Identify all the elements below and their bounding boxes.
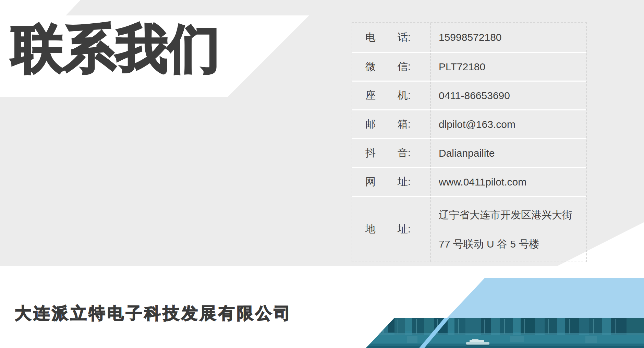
landline-value: 0411-86653690: [431, 82, 586, 109]
blue-parallelogram: [419, 278, 644, 319]
address-value: 辽宁省大连市开发区港兴大街 77 号联动 U 谷 5 号楼: [431, 197, 586, 262]
email-value: dlpilot@163.com: [431, 110, 586, 138]
address-line-1: 辽宁省大连市开发区港兴大街: [439, 200, 572, 229]
page-title: 联系我们: [12, 20, 220, 77]
table-row-landline: 座 机: 0411-86653690: [352, 81, 586, 109]
table-row-douyin: 抖 音: Dalianpailite: [352, 138, 586, 167]
contact-slide: { "page": { "title": "联系我们", "company_na…: [0, 0, 644, 348]
contact-table: 电 话: 15998572180 微 信: PLT72180 座 机: 0411…: [352, 22, 587, 262]
label-char-right: 信:: [398, 60, 411, 74]
table-row-email: 邮 箱: dlpilot@163.com: [352, 109, 586, 138]
label-char-right: 址:: [398, 222, 411, 236]
table-row-address: 地 址: 辽宁省大连市开发区港兴大街 77 号联动 U 谷 5 号楼: [352, 196, 586, 262]
skyline-graphic: [366, 318, 644, 348]
label-char-left: 座: [365, 88, 376, 103]
label-char-right: 箱:: [398, 117, 411, 131]
row-label: 微 信:: [352, 53, 431, 81]
phone-value: 15998572180: [431, 23, 586, 52]
label-char-left: 网: [365, 175, 376, 189]
label-char-right: 话:: [398, 31, 411, 45]
table-row-wechat: 微 信: PLT72180: [352, 52, 586, 81]
address-line-2: 77 号联动 U 谷 5 号楼: [439, 229, 539, 259]
label-char-left: 微: [365, 60, 376, 74]
table-row-website: 网 址: www.0411pilot.com: [352, 167, 586, 196]
company-name: 大连派立特电子科技发展有限公司: [15, 302, 292, 324]
row-label: 网 址:: [352, 168, 431, 196]
label-char-left: 邮: [365, 117, 376, 131]
table-row-phone: 电 话: 15998572180: [352, 23, 586, 52]
label-char-left: 抖: [365, 146, 376, 160]
label-char-right: 机:: [398, 88, 411, 103]
city-photo: [366, 318, 644, 348]
row-label: 座 机:: [352, 82, 431, 109]
row-label: 电 话:: [352, 23, 431, 52]
label-char-left: 地: [365, 222, 376, 236]
wechat-value: PLT72180: [431, 53, 586, 81]
douyin-value: Dalianpailite: [431, 139, 586, 167]
label-char-right: 址:: [398, 175, 411, 189]
row-label: 邮 箱:: [352, 110, 431, 138]
label-char-right: 音:: [398, 146, 411, 160]
row-label: 抖 音:: [352, 139, 431, 167]
row-label: 地 址:: [352, 197, 431, 262]
website-value: www.0411pilot.com: [431, 168, 586, 196]
label-char-left: 电: [365, 31, 376, 45]
